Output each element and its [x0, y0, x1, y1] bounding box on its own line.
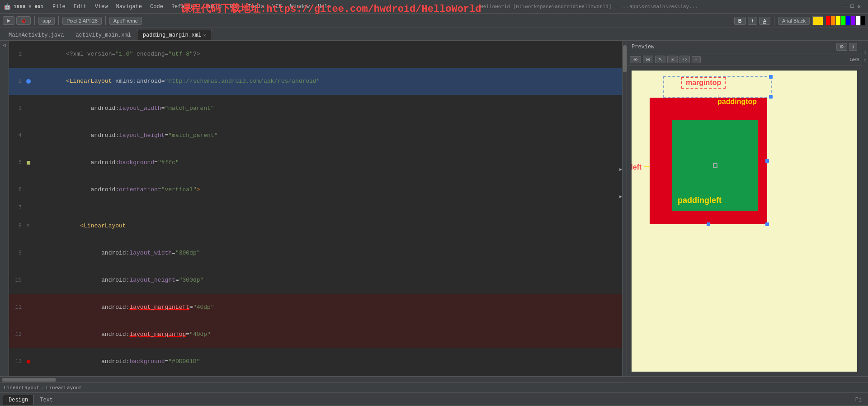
handle-bottom[interactable] [707, 222, 710, 226]
line-content-10[interactable]: android:layout_height="300dp" [28, 267, 627, 294]
center-dot [713, 163, 717, 168]
line-content-5[interactable]: android:background="#ffc" [28, 149, 627, 176]
maximize-btn[interactable]: □ [851, 3, 854, 10]
color-picker[interactable] [812, 16, 823, 25]
menu-navigate[interactable]: Navigate [112, 3, 146, 11]
logo-icon: 🤖 [4, 3, 11, 10]
bold-btn[interactable]: B [734, 17, 746, 25]
tab-padding-margin-label: padding_margin.xml [143, 32, 202, 38]
font-selector[interactable]: Arial Black [778, 17, 810, 25]
theme-selector[interactable]: AppTheme [109, 17, 142, 25]
tab-text[interactable]: Text [34, 395, 59, 405]
tab-main-activity[interactable]: MainActivity.java [3, 30, 70, 40]
tab-close-icon[interactable]: ✕ [203, 33, 206, 38]
inner-green-box[interactable]: paddingleft [672, 120, 758, 211]
breadcrumb-item-2[interactable]: LinearLayout [46, 385, 82, 391]
window-title: HelloWorld [D:\workspace\android\HelloWo… [480, 4, 698, 9]
code-area: 1 <?xml version="1.0" encoding="utf-8"?>… [9, 41, 627, 376]
zoom-level: 50% [850, 57, 859, 62]
handle-bottom-right[interactable] [765, 222, 769, 226]
line-content-2[interactable]: <LinearLayout xmlns:android="http://sche… [28, 68, 627, 95]
line-num-13: 13 [9, 357, 25, 366]
swatch-blue[interactable] [846, 16, 850, 25]
breadcrumb-sep-1: › [41, 385, 44, 391]
preview-up-btn[interactable]: ↑ [692, 56, 701, 63]
line-num-10: 10 [9, 276, 25, 285]
toolbar-sep-1 [34, 16, 35, 25]
tab-padding-margin[interactable]: padding_margin.xml ✕ [137, 30, 212, 40]
left-palette: ◁ [0, 41, 9, 376]
app-selector[interactable]: app [38, 17, 55, 25]
line-num-5: 5 [9, 158, 25, 167]
logo-text: 1888 × 961 [14, 4, 43, 9]
handle-right[interactable] [765, 159, 769, 163]
swatch-yellow[interactable] [836, 16, 840, 25]
menu-file[interactable]: File [49, 3, 69, 11]
line-content-14[interactable]: android:paddingLeft="40dp" [28, 375, 627, 376]
close-btn[interactable]: ✕ [858, 3, 861, 10]
line-content-1[interactable]: <?xml version="1.0" encoding="utf-8"?> [28, 41, 627, 68]
line-content-11[interactable]: android:layout_marginLeft="40dp" [28, 294, 627, 321]
line-num-9: 9 [9, 249, 25, 258]
swatch-white[interactable] [856, 16, 860, 25]
tab-activity-main-xml[interactable]: activity_main.xml [70, 30, 137, 40]
code-line-10: 10 android:layout_height="300dp" [9, 267, 627, 294]
line-num-2: 2 [9, 77, 25, 86]
palette-tab[interactable]: P [863, 52, 867, 54]
breadcrumb-item-1[interactable]: LinearLayout [4, 385, 39, 391]
outer-red-box[interactable]: paddingleft [650, 98, 767, 224]
h-scrollbar-thumb[interactable] [2, 378, 56, 382]
preview-arrows-btn[interactable]: ⇔ [679, 56, 690, 63]
tab-design[interactable]: Design [3, 395, 34, 405]
handle-br[interactable] [769, 95, 773, 99]
toolbar-sep-2 [58, 16, 59, 25]
line-num-12: 12 [9, 330, 25, 339]
handle-tr[interactable] [769, 75, 773, 79]
line-content-9[interactable]: android:layout_width="300dp" [28, 240, 627, 267]
tab-activity-main-label: activity_main.xml [75, 32, 131, 38]
api-selector[interactable]: Pixel 2 API 28 [62, 17, 102, 25]
line-content-4[interactable]: android:layout_height="match_parent" [28, 122, 627, 149]
code-line-7: 7 [9, 203, 627, 212]
palette-icon[interactable]: ◁ [3, 42, 5, 48]
code-line-13: 13 android:background="#DD001B" [9, 348, 627, 375]
line-content-3[interactable]: android:layout_width="match_parent" [28, 95, 627, 122]
design-tab-bar: Design Text F1 [0, 392, 868, 405]
code-editor[interactable]: 1 <?xml version="1.0" encoding="utf-8"?>… [9, 41, 627, 376]
scrollbar-thumb[interactable] [623, 45, 627, 72]
preview-select-btn[interactable]: ↖ [655, 56, 665, 63]
swatch-green[interactable] [841, 16, 845, 25]
italic-btn[interactable]: I [748, 17, 757, 25]
code-line-9: 9 android:layout_width="300dp" [9, 240, 627, 267]
preview-settings-btn[interactable]: ⚙ [836, 43, 847, 51]
underline-btn[interactable]: A [759, 17, 770, 25]
preview-title: Preview [632, 44, 654, 50]
minimize-btn[interactable]: ─ [844, 3, 847, 10]
structure-tab[interactable]: S [863, 59, 867, 61]
swatch-orange[interactable] [831, 16, 835, 25]
toolbar-debug-btn[interactable]: 🐞 [16, 16, 31, 25]
preview-zoom-btn[interactable]: ⊡ [667, 56, 678, 63]
line-num-3: 3 [9, 104, 25, 113]
preview-panel-btn[interactable]: ⊞ [643, 56, 653, 63]
menu-edit[interactable]: Edit [70, 3, 90, 11]
line-content-7[interactable] [28, 203, 627, 212]
line-content-12[interactable]: android:layout_marginTop="40dp" [28, 321, 627, 348]
f1-hint: F1 [852, 395, 865, 405]
line-content-8[interactable]: <LinearLayout [28, 212, 627, 240]
preview-info-btn[interactable]: ℹ [849, 43, 857, 51]
code-line-14: 14 android:paddingLeft="40dp" [9, 375, 627, 376]
menu-view[interactable]: View [91, 3, 112, 11]
swatch-black[interactable] [861, 16, 865, 25]
horizontal-scrollbar[interactable] [0, 376, 868, 382]
line-content-6[interactable]: android:orientation="vertical"> [28, 176, 627, 203]
swatch-red[interactable] [826, 16, 830, 25]
menu-code[interactable]: Code [146, 3, 167, 11]
toolbar-build-btn[interactable]: ▶ [3, 16, 14, 25]
code-line-12: 12 android:layout_marginTop="40dp" [9, 321, 627, 348]
line-content-13[interactable]: android:background="#DD001B" [28, 348, 627, 375]
vertical-scrollbar[interactable] [622, 41, 627, 376]
paddingleft-label: paddingleft [675, 195, 724, 206]
swatch-purple[interactable] [851, 16, 855, 25]
preview-eye-btn[interactable]: 👁 [630, 56, 641, 63]
